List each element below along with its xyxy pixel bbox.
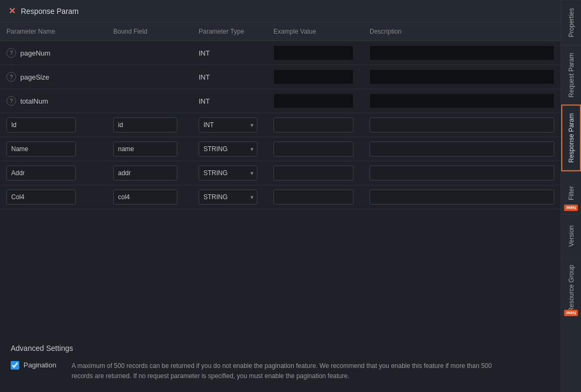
param-name-cell: ? totalNum	[0, 89, 107, 113]
example-value-input[interactable]	[273, 142, 354, 156]
example-value-cell	[267, 161, 363, 185]
description-input[interactable]	[370, 166, 554, 181]
col-header-param-type: Parameter Type	[192, 22, 267, 41]
sidebar-tab-label: Response Param	[568, 113, 575, 163]
param-type-select[interactable]: INT STRING BOOLEAN FLOAT	[199, 142, 257, 156]
param-name-text: pageSize	[20, 73, 49, 81]
param-name-cell	[0, 137, 107, 161]
example-value-cell	[267, 89, 363, 113]
sidebar-tab-label: Version	[568, 225, 575, 246]
param-type-text: INT	[199, 97, 210, 105]
example-value-cell	[267, 41, 363, 65]
description-cell	[363, 89, 561, 113]
table-row: ? totalNum INT	[0, 89, 561, 113]
param-type-cell: INT STRING BOOLEAN FLOAT	[192, 161, 267, 185]
param-name-cell	[0, 161, 107, 185]
example-value-input[interactable]	[273, 93, 354, 108]
pagination-label[interactable]: Pagination	[23, 361, 56, 369]
description-cell	[363, 65, 561, 89]
bound-field-cell	[107, 161, 192, 185]
page-title: Response Param	[21, 7, 78, 15]
bound-field-input[interactable]	[113, 142, 177, 156]
pagination-description: A maximum of 500 records can be returned…	[72, 361, 509, 381]
new-badge: New	[564, 310, 578, 316]
param-type-cell: INT	[192, 65, 267, 89]
param-name-input[interactable]	[6, 166, 76, 181]
example-value-input[interactable]	[273, 69, 354, 84]
col-header-example: Example Value	[267, 22, 363, 41]
param-type-select[interactable]: INT STRING BOOLEAN FLOAT	[199, 117, 257, 132]
param-name-cell: ? pageSize	[0, 65, 107, 89]
bound-field-cell	[107, 65, 192, 89]
table-row: INT STRING BOOLEAN FLOAT	[0, 137, 561, 161]
param-name-text: pageNum	[20, 49, 50, 57]
description-cell	[363, 113, 561, 137]
param-name-input[interactable]	[6, 142, 76, 156]
help-icon: ?	[6, 48, 16, 58]
description-cell	[363, 41, 561, 65]
param-type-select[interactable]: INT STRING BOOLEAN FLOAT	[199, 190, 257, 205]
sidebar-tab-properties[interactable]: Properties	[561, 0, 581, 45]
example-value-input[interactable]	[273, 190, 354, 205]
param-type-cell: INT STRING BOOLEAN FLOAT	[192, 185, 267, 209]
help-icon: ?	[6, 72, 16, 82]
param-type-cell: INT	[192, 89, 267, 113]
pagination-checkbox[interactable]	[11, 361, 19, 370]
bound-field-cell	[107, 137, 192, 161]
param-name-input[interactable]	[6, 117, 76, 132]
param-type-cell: INT STRING BOOLEAN FLOAT	[192, 137, 267, 161]
example-value-input[interactable]	[273, 166, 354, 181]
col-header-bound-field: Bound Field	[107, 22, 192, 41]
description-input[interactable]	[370, 45, 554, 60]
bound-field-cell	[107, 89, 192, 113]
table-row: INT STRING BOOLEAN FLOAT	[0, 113, 561, 137]
description-cell	[363, 137, 561, 161]
param-type-select[interactable]: INT STRING BOOLEAN FLOAT	[199, 166, 257, 181]
sidebar-tab-resource-group[interactable]: NewResource Group	[561, 257, 581, 319]
sidebar-tab-filter[interactable]: NewFilter	[561, 171, 581, 214]
bound-field-input[interactable]	[113, 117, 177, 132]
description-input[interactable]	[370, 190, 554, 205]
sidebar-tab-version[interactable]: Version	[561, 214, 581, 257]
param-type-select-wrap: INT STRING BOOLEAN FLOAT	[199, 142, 257, 156]
param-type-select-wrap: INT STRING BOOLEAN FLOAT	[199, 166, 257, 181]
advanced-settings-section: Advanced Settings Pagination A maximum o…	[0, 333, 561, 392]
description-input[interactable]	[370, 117, 554, 132]
param-name-cell	[0, 185, 107, 209]
bound-field-cell	[107, 185, 192, 209]
sidebar-tab-response-param[interactable]: Response Param	[561, 105, 581, 171]
param-name-cell: ? pageNum	[0, 41, 107, 65]
description-input[interactable]	[370, 142, 554, 156]
example-value-cell	[267, 65, 363, 89]
bound-field-input[interactable]	[113, 166, 177, 181]
col-header-param-name: Parameter Name	[0, 22, 107, 41]
col-header-description: Description	[363, 22, 561, 41]
description-input[interactable]	[370, 93, 554, 108]
param-type-text: INT	[199, 73, 210, 81]
param-name-input[interactable]	[6, 190, 76, 205]
new-badge: New	[564, 205, 578, 211]
param-name-text: totalNum	[20, 97, 48, 105]
example-value-input[interactable]	[273, 117, 354, 132]
description-cell	[363, 161, 561, 185]
bound-field-cell	[107, 41, 192, 65]
description-input[interactable]	[370, 69, 554, 84]
close-icon[interactable]: ✕	[9, 6, 15, 16]
param-name-cell	[0, 113, 107, 137]
sidebar-tab-request-param[interactable]: Request Param	[561, 45, 581, 105]
param-type-select-wrap: INT STRING BOOLEAN FLOAT	[199, 117, 257, 132]
bound-field-cell	[107, 113, 192, 137]
bound-field-input[interactable]	[113, 190, 177, 205]
help-icon: ?	[6, 96, 16, 106]
sidebar-tab-label: Filter	[568, 186, 575, 200]
title-bar: ✕ Response Param	[0, 0, 561, 22]
table-area: Parameter Name Bound Field Parameter Typ…	[0, 22, 561, 333]
example-value-input[interactable]	[273, 45, 354, 60]
table-row: INT STRING BOOLEAN FLOAT	[0, 185, 561, 209]
param-type-cell: INT	[192, 41, 267, 65]
pagination-checkbox-wrap: Pagination	[11, 361, 64, 370]
example-value-cell	[267, 185, 363, 209]
table-row: INT STRING BOOLEAN FLOAT	[0, 161, 561, 185]
table-row: ? pageSize INT	[0, 65, 561, 89]
advanced-settings-title: Advanced Settings	[11, 344, 550, 352]
